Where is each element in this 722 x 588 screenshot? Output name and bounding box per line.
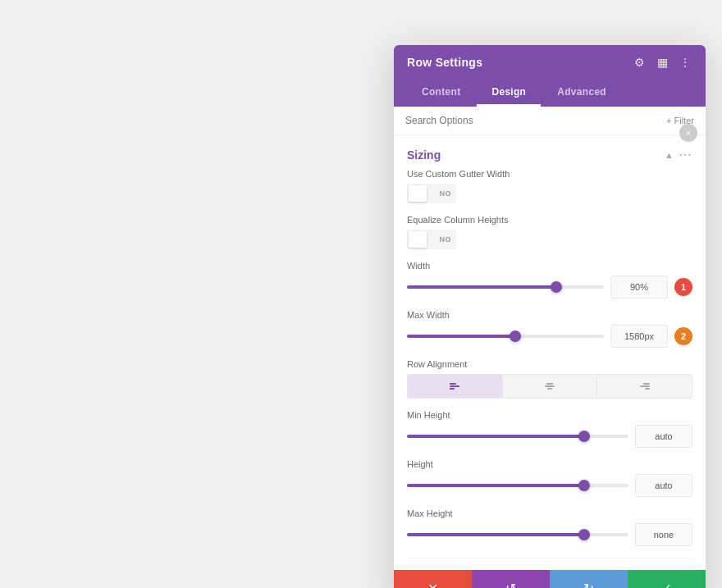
- header-icons: ⚙ ▦ ⋮: [632, 55, 692, 70]
- settings-icon[interactable]: ⚙: [632, 55, 647, 70]
- tabs-bar: Content Design Advanced: [394, 80, 706, 107]
- cancel-icon: ✕: [427, 581, 438, 589]
- min-height-label: Min Height: [407, 410, 692, 420]
- max-width-row: Max Width 2: [407, 310, 692, 348]
- min-height-slider-thumb[interactable]: [578, 431, 590, 442]
- max-width-badge: 2: [674, 327, 692, 345]
- max-width-slider-thumb[interactable]: [510, 330, 521, 342]
- max-height-slider-thumb[interactable]: [578, 529, 590, 540]
- height-slider-container: [407, 474, 692, 497]
- equalize-columns-label: Equalize Column Heights: [407, 215, 692, 225]
- width-row: Width 1: [407, 261, 692, 299]
- save-icon: ✓: [661, 581, 672, 589]
- panel-content: Sizing ▲ ⋯ Use Custom Gutter Width NO Eq…: [394, 135, 706, 570]
- sizing-title: Sizing: [407, 148, 441, 162]
- max-width-input[interactable]: [610, 325, 668, 348]
- width-slider-thumb[interactable]: [551, 281, 562, 293]
- align-right-button[interactable]: [596, 374, 692, 399]
- max-height-slider-track[interactable]: [407, 533, 628, 536]
- section-controls: ▲ ⋯: [665, 147, 692, 162]
- svg-rect-4: [545, 385, 555, 387]
- svg-rect-8: [645, 388, 650, 390]
- custom-gutter-row: Use Custom Gutter Width NO: [407, 169, 692, 203]
- svg-rect-0: [450, 383, 456, 385]
- equalize-columns-row: Equalize Column Heights NO: [407, 215, 692, 249]
- max-height-slider-fill: [407, 533, 584, 536]
- max-width-slider-container: 2: [407, 325, 692, 348]
- equalize-columns-toggle[interactable]: NO: [407, 230, 456, 249]
- min-height-input[interactable]: [635, 425, 692, 448]
- height-slider-fill: [407, 484, 584, 487]
- height-row: Height: [407, 459, 692, 497]
- redo-icon: ↻: [583, 581, 594, 589]
- toggle-thumb-2: [409, 231, 427, 248]
- align-left-button[interactable]: [407, 374, 502, 399]
- alignment-buttons: [407, 374, 692, 399]
- svg-rect-3: [546, 383, 553, 385]
- custom-gutter-label: Use Custom Gutter Width: [407, 169, 692, 179]
- toggle-text-2: NO: [440, 235, 452, 244]
- toggle-text: NO: [440, 189, 452, 198]
- max-width-slider-track[interactable]: [407, 335, 604, 338]
- tab-design[interactable]: Design: [477, 80, 541, 107]
- min-height-row: Min Height: [407, 410, 692, 448]
- svg-rect-6: [643, 383, 650, 385]
- height-input[interactable]: [635, 474, 692, 497]
- columns-icon[interactable]: ▦: [655, 55, 669, 70]
- search-input[interactable]: [405, 115, 660, 126]
- svg-rect-2: [450, 388, 455, 390]
- width-slider-container: 1: [407, 276, 692, 299]
- row-settings-panel: Row Settings ⚙ ▦ ⋮ Content Design Advanc…: [394, 45, 706, 588]
- svg-rect-7: [640, 385, 650, 387]
- cancel-button[interactable]: ✕: [394, 570, 472, 588]
- width-slider-fill: [407, 285, 556, 289]
- redo-button[interactable]: ↻: [550, 570, 628, 588]
- height-label: Height: [407, 459, 692, 469]
- max-height-row: Max Height: [407, 508, 692, 546]
- tab-content[interactable]: Content: [407, 80, 475, 107]
- undo-button[interactable]: ↺: [472, 570, 550, 588]
- sizing-section-header: Sizing ▲ ⋯: [407, 135, 692, 169]
- width-slider-track[interactable]: [407, 285, 604, 289]
- max-height-slider-container: [407, 523, 692, 546]
- panel-close-button[interactable]: ×: [679, 124, 697, 142]
- svg-rect-1: [450, 385, 459, 387]
- height-slider-track[interactable]: [407, 484, 628, 487]
- align-center-button[interactable]: [502, 374, 597, 399]
- search-bar: + Filter: [394, 107, 706, 135]
- min-height-slider-fill: [407, 435, 584, 438]
- undo-icon: ↺: [505, 581, 516, 589]
- spacing-section-header: Spacing ▼: [407, 558, 692, 570]
- max-height-label: Max Height: [407, 508, 692, 518]
- bottom-toolbar: ✕ ↺ ↻ ✓: [394, 570, 706, 588]
- height-slider-thumb[interactable]: [578, 480, 590, 491]
- max-height-input[interactable]: [635, 523, 692, 546]
- max-width-label: Max Width: [407, 310, 692, 320]
- tab-advanced[interactable]: Advanced: [542, 80, 621, 107]
- sizing-chevron[interactable]: ▲: [665, 150, 674, 160]
- svg-rect-5: [547, 388, 552, 390]
- more-icon[interactable]: ⋮: [678, 55, 692, 70]
- width-label: Width: [407, 261, 692, 271]
- min-height-slider-track[interactable]: [407, 435, 628, 438]
- width-input[interactable]: [610, 276, 668, 299]
- custom-gutter-toggle[interactable]: NO: [407, 184, 456, 203]
- save-button[interactable]: ✓: [628, 570, 706, 588]
- row-alignment-row: Row Alignment: [407, 359, 692, 399]
- close-icon: ×: [686, 128, 691, 138]
- width-badge: 1: [674, 278, 692, 296]
- min-height-slider-container: [407, 425, 692, 448]
- sizing-dots[interactable]: ⋯: [679, 147, 692, 162]
- row-alignment-label: Row Alignment: [407, 359, 692, 369]
- max-width-slider-fill: [407, 335, 515, 338]
- toggle-thumb: [409, 185, 427, 202]
- panel-header: Row Settings ⚙ ▦ ⋮: [394, 45, 706, 80]
- panel-title: Row Settings: [407, 56, 482, 69]
